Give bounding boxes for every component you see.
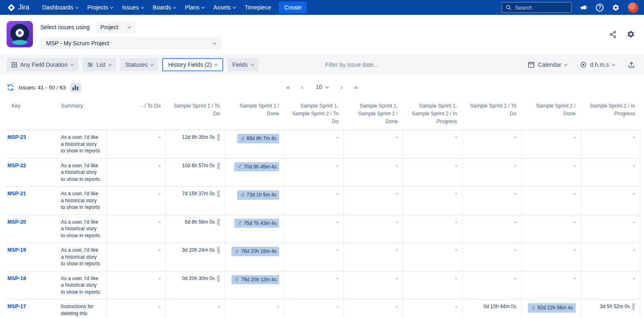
pagination: « ‹ 10 › » [285,83,359,91]
global-search[interactable] [502,2,572,13]
cell-scrollbar[interactable] [632,303,635,310]
search-input[interactable] [514,4,567,11]
app-settings-gear-icon[interactable] [627,30,635,38]
chevron-down-icon [75,5,79,8]
statuses-dropdown[interactable]: Statuses [120,58,158,71]
duration-badge: 73d 1h 5m 4s [237,190,279,200]
column-header-0: Key [7,100,56,130]
duration-badge: 79d 20h 12m 4s [231,275,279,285]
mascot-pupil [18,31,21,35]
runner-icon [237,220,242,226]
duration-value: - [633,134,635,140]
issue-key-link[interactable]: MSP-17 [7,304,26,309]
column-header-7: Sample Sprint 1, Sample Sprint 2 / In Pr… [403,100,462,130]
duration-value: - [337,219,338,225]
nav-item-label: Boards [153,4,171,11]
issue-summary-cell: As a user, I'd like a historical story t… [56,158,106,187]
jira-logo-icon [7,4,15,12]
duration-value: - [396,219,398,225]
prev-page-button[interactable]: ‹ [300,83,305,91]
history-fields-label: History Fields (2) [168,61,212,68]
user-avatar[interactable] [628,2,638,13]
nav-item-plans[interactable]: Plans [180,0,209,15]
help-icon[interactable]: ? [596,4,604,12]
issue-key-link[interactable]: MSP-23 [7,134,26,140]
settings-gear-icon[interactable] [612,4,620,12]
duration-cell: - [343,158,403,187]
duration-cell: - [284,271,343,299]
duration-value: 5d 8h 59m 0s [185,219,215,225]
issue-key-link[interactable]: MSP-19 [7,247,26,253]
duration-badge: 62d 22h 56m 4s [528,303,575,313]
duration-value: - [515,276,516,281]
cell-scrollbar[interactable] [217,190,220,197]
badge-value: 70d 9h 45m 4s [244,164,276,171]
cell-scrollbar[interactable] [217,247,220,254]
nav-right: ? [502,2,638,13]
field-duration-dropdown[interactable]: Any Field Duration [7,58,78,71]
chart-view-button[interactable] [70,83,81,92]
duration-value: - [515,163,516,168]
duration-cell: - [284,299,343,318]
duration-value: - [515,134,516,140]
export-button[interactable] [625,61,637,69]
duration-value: - [396,134,398,140]
duration-cell: - [166,299,225,318]
duration-cell: - [343,215,403,243]
refresh-button[interactable] [7,84,14,91]
issue-summary-cell: As a user, I'd like a historical story t… [56,130,106,159]
brand-name: Jira [18,3,29,12]
duration-format-dropdown[interactable]: d.h.m.s [578,61,617,68]
project-dropdown[interactable]: MSP - My Scrum Project [40,37,222,50]
export-icon [628,61,635,68]
jira-home-link[interactable]: Jira [7,3,29,12]
cell-scrollbar[interactable] [217,275,220,282]
nav-item-timepiece[interactable]: Timepiece [240,0,275,15]
issue-date-filter-input[interactable] [324,61,436,68]
calendar-dropdown[interactable]: Calendar [525,61,569,68]
issue-key-link[interactable]: MSP-18 [7,276,26,281]
search-icon [506,5,511,10]
nav-item-assets[interactable]: Assets [209,0,240,15]
issue-key-link[interactable]: MSP-22 [7,163,26,168]
cell-scrollbar[interactable] [217,162,220,169]
nav-item-projects[interactable]: Projects [83,0,118,15]
cell-scrollbar[interactable] [217,219,220,226]
duration-cell: - [106,271,166,299]
chevron-down-icon [128,25,131,28]
column-header-6: Sample Sprint 1, Sample Sprint 2 / Done [343,100,403,130]
nav-item-dashboards[interactable]: Dashboards [37,0,83,15]
issue-key-cell: MSP-22 [7,158,56,187]
duration-format-label: d.h.m.s [590,61,609,68]
issue-key-link[interactable]: MSP-20 [7,219,26,225]
nav-item-boards[interactable]: Boards [148,0,180,15]
duration-value: - [574,134,576,140]
history-fields-dropdown[interactable]: History Fields (2) [162,58,223,71]
duration-cell: - [284,187,343,215]
nav-item-issues[interactable]: Issues [117,0,148,15]
duration-value: - [574,219,576,225]
duration-value: - [455,247,457,253]
create-button[interactable]: Create [279,2,307,13]
issue-source-dropdown[interactable]: Project [96,21,136,33]
share-icon[interactable] [609,30,617,38]
field-duration-label: Any Field Duration [20,61,68,68]
last-page-button[interactable]: » [352,83,359,91]
column-header-8: Sample Sprint 2 / To Do [462,100,521,130]
issue-key-link[interactable]: MSP-21 [7,191,26,196]
duration-cell: 76d 20h 18m 4s [225,243,284,271]
duration-cell: 3d 20h 24m 0s [166,243,225,271]
fields-dropdown[interactable]: Fields [227,58,258,71]
duration-value: - [159,163,161,168]
badge-value: 75d 7h 43m 4s [244,220,276,227]
next-page-button[interactable]: › [339,83,344,91]
announcements-icon[interactable] [580,4,588,12]
runner-icon [234,277,239,282]
page-size-dropdown[interactable]: 10 [313,83,331,91]
duration-value: - [633,219,635,225]
view-mode-dropdown[interactable]: List [82,58,116,71]
refresh-icon [7,84,14,91]
first-page-button[interactable]: « [285,83,291,91]
duration-cell: - [106,215,166,243]
cell-scrollbar[interactable] [217,134,220,141]
